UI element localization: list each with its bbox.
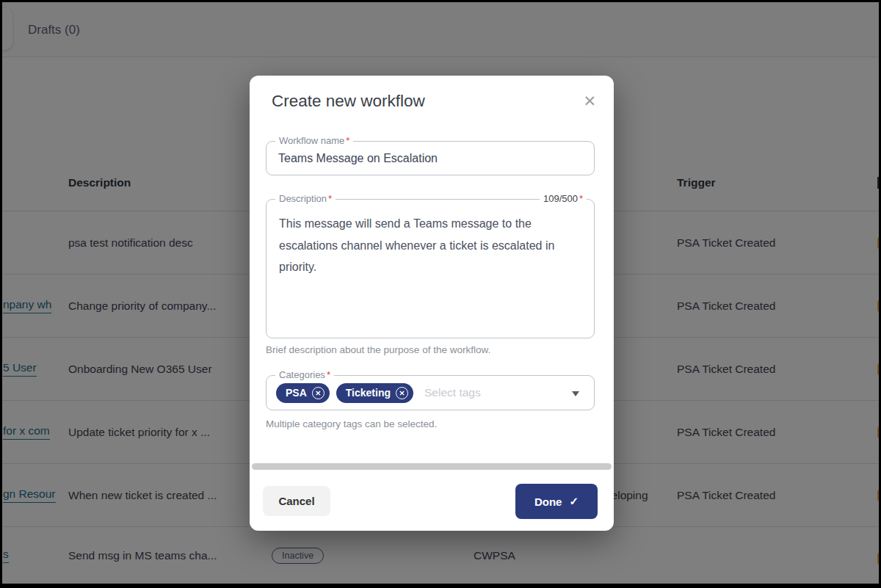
remove-tag-icon[interactable]: ✕ (312, 387, 325, 399)
categories-field[interactable]: Categories* PSA✕ Ticketing✕ Select tags (266, 375, 595, 410)
category-tag-psa[interactable]: PSA✕ (276, 383, 330, 403)
description-field[interactable]: Description* 109/500* This message will … (266, 199, 595, 338)
done-button[interactable]: Done✓ (515, 484, 598, 519)
chevron-down-icon[interactable] (572, 391, 579, 396)
categories-helper-text: Multiple category tags can be selected. (266, 418, 437, 429)
description-textarea[interactable]: This message will send a Teams message t… (279, 213, 567, 278)
tags-placeholder[interactable]: Select tags (424, 386, 481, 399)
workflow-name-input[interactable]: Teams Message on Escalation (278, 142, 438, 175)
required-asterisk: * (327, 369, 330, 380)
remove-tag-icon[interactable]: ✕ (396, 387, 408, 399)
horizontal-scrollbar[interactable] (252, 463, 612, 470)
workflow-name-field[interactable]: Workflow name* Teams Message on Escalati… (266, 141, 595, 175)
category-tag-ticketing[interactable]: Ticketing✕ (336, 383, 413, 403)
cancel-button[interactable]: Cancel (263, 486, 330, 516)
screen: Drafts (0) Description Trigger psa test … (0, 0, 881, 588)
close-icon[interactable]: ✕ (583, 93, 596, 109)
required-asterisk: * (328, 193, 332, 204)
modal-title: Create new workflow (272, 92, 425, 111)
description-helper-text: Brief description about the purpose of t… (266, 344, 490, 355)
description-label: Description* (275, 193, 336, 204)
char-counter: 109/500* (540, 193, 587, 204)
done-label: Done (534, 496, 562, 508)
create-workflow-modal: Create new workflow ✕ Workflow name* Tea… (250, 76, 614, 531)
required-asterisk: * (579, 193, 583, 204)
categories-label: Categories* (275, 369, 334, 380)
check-icon: ✓ (569, 495, 579, 508)
